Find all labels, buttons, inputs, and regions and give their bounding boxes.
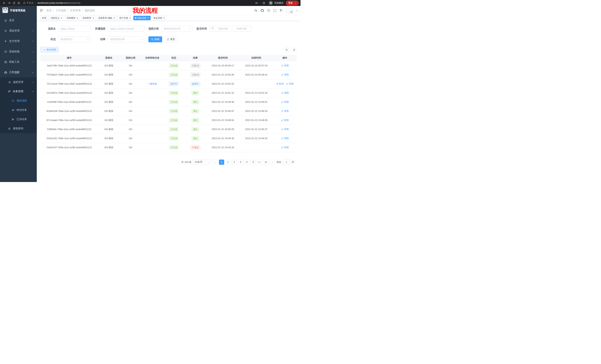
cell-name: OA 请假 [98,115,120,125]
bookmark-star-icon[interactable] [261,0,266,5]
pagination-page-3[interactable]: 3 [232,160,237,165]
tab-close-icon[interactable]: × [129,17,131,19]
action-edit-link[interactable]: 详情 [281,137,289,140]
sidebar-item-my-process[interactable]: 我的流程 [0,96,37,105]
status-tag: 通过 [191,109,199,113]
help-icon[interactable]: ? [267,9,270,12]
action-edit-link[interactable]: 详情 [281,100,289,104]
sidebar-item-done-tasks[interactable]: 已办任务 [0,115,37,124]
incognito-badge[interactable]: 无痕模式 [269,1,283,5]
result-select[interactable]: 请选择流结果 [108,36,144,42]
sidebar-item-devtools[interactable]: 研发工具 [0,57,37,67]
sidebar-item-system[interactable]: 系统管理 [0,26,37,36]
tab-5[interactable]: 用户分组× [118,16,132,20]
home-browser-icon[interactable] [16,0,21,5]
table-body: 3ad174fb-7b9d-11ec-8404-acde48001122OA 请… [40,61,297,152]
tab-close-icon[interactable]: × [163,17,165,19]
tab-6[interactable]: 我的流程× [133,16,151,20]
breadcrumb-workflow[interactable]: 工作流程 [56,9,66,12]
tab-4[interactable]: 流程表单-编辑× [97,16,117,20]
tab-0[interactable]: 首页 [40,16,48,20]
action-cancel-link[interactable]: 取消 [276,82,284,86]
pagination-next[interactable]: › [270,160,275,165]
tab-3[interactable]: 流程表单× [80,16,95,20]
fullscreen-icon[interactable] [273,9,276,12]
toggle-search-icon[interactable] [284,47,289,52]
pagination-page-5[interactable]: 5 [244,160,250,165]
action-edit-link[interactable]: 详情 [281,128,289,131]
action-edit-link[interactable]: 详情 [286,82,294,86]
search-icon[interactable] [254,9,257,12]
font-size-icon[interactable]: TT [280,9,282,12]
sidebar-item-leave-query[interactable]: 请假查询 [0,124,37,133]
action-edit-link[interactable]: 详情 [281,91,289,95]
parent-process-input[interactable] [108,26,144,32]
tab-close-icon[interactable]: × [113,17,115,19]
key-icon[interactable] [254,0,259,5]
tab-close-icon[interactable]: × [77,17,78,19]
filter-category: 流程分类 请选择流程分类 [148,26,192,32]
tab-close-icon[interactable]: × [92,17,94,19]
search-button[interactable]: 搜索 [148,36,162,42]
reload-icon[interactable] [11,0,16,5]
action-edit-link[interactable]: 详情 [281,73,289,77]
action-label: 取消 [279,82,284,86]
pagination-page-1[interactable]: 1 [219,160,224,165]
goto-page-input[interactable] [283,160,290,165]
sidebar-item-todo-tasks[interactable]: 待办任务 [0,105,37,115]
sidebar-item-label: 研发工具 [9,60,30,64]
url-domain: dashboard.yudao.iocoder.cn [38,2,67,4]
pagination-page-2[interactable]: 2 [225,160,230,165]
action-edit-link[interactable]: 详情 [281,109,289,113]
breadcrumb-home[interactable]: 首页 [46,9,52,12]
cell-category: OA [120,106,141,115]
hamburger-icon[interactable] [40,9,43,12]
chevron-down-icon [189,28,191,29]
cell-end-time: 2022-01-22 23:51:20 [240,88,273,97]
tab-close-icon[interactable]: × [148,17,149,19]
update-button[interactable]: 更新 ⋮ [286,1,299,5]
tab-1[interactable]: 流程定义× [49,16,64,20]
task-link[interactable]: 一级审批 [148,82,157,86]
tab-close-icon[interactable]: × [61,17,62,19]
pagination-page-6[interactable]: 6 [250,160,256,165]
avatar-caret-icon[interactable] [296,9,298,11]
date-range-picker[interactable]: 开始日期 - 结束日期 [209,26,251,32]
process-name-input[interactable] [58,26,91,32]
pagination-page-4[interactable]: 4 [238,160,243,165]
github-icon[interactable] [260,9,264,12]
action-edit-link[interactable]: 详情 [281,119,289,122]
forward-icon[interactable] [7,0,11,5]
security-indicator[interactable]: 不安全 [23,1,34,5]
sidebar-item-payment[interactable]: ¥ 支付管理 [0,36,37,46]
action-edit-link[interactable]: 详情 [281,64,289,67]
sidebar-item-infrastructure[interactable]: 基础设施 [0,46,37,57]
tab-7[interactable]: 发起流程× [151,16,166,20]
cell-name: OA 请假 [98,88,120,97]
sidebar-item-workflow[interactable]: 工作流程 [0,67,37,77]
pagination-prev[interactable]: ‹ [212,160,218,165]
category-select[interactable]: 请选择流程分类 [161,26,192,32]
sidebar-item-process-mgmt[interactable]: 流程管理 [0,77,37,87]
status-tag: 已完成 [169,118,179,123]
sidebar-item-task-mgmt[interactable]: 任务管理 [0,87,37,96]
pagination-page-11[interactable]: 11 [263,160,268,165]
breadcrumb-task-mgmt[interactable]: 任务管理 [70,9,80,12]
pagination-more[interactable]: ••• [257,160,262,165]
address-bar[interactable]: dashboard.yudao.iocoder.cn/bpm/task/my [38,2,80,4]
page-size-select[interactable]: 10条/页 [193,160,211,165]
browser-menu-icon[interactable]: ⋮ [294,2,297,4]
app-logo-row[interactable]: 芋道管理系统 [0,6,37,15]
table-row: 2152467e-7b9b-11ec-9a1b-acde48001122OA 请… [40,88,297,97]
sidebar-item-home[interactable]: 首页 [0,15,37,26]
tab-2[interactable]: 流程模型× [65,16,80,20]
avatar[interactable] [286,8,293,13]
refresh-icon[interactable] [291,47,297,52]
cell-category: OA [120,115,141,125]
action-edit-link[interactable]: 详情 [281,146,289,149]
reset-button[interactable]: 重置 [164,36,178,42]
status-select[interactable]: 请选择状态 [58,36,91,42]
back-icon[interactable] [2,0,7,5]
create-process-button[interactable]: ＋ 发起流程 [40,47,59,52]
table-row: 3ad174fb-7b9d-11ec-8404-acde48001122OA 请… [40,61,297,70]
